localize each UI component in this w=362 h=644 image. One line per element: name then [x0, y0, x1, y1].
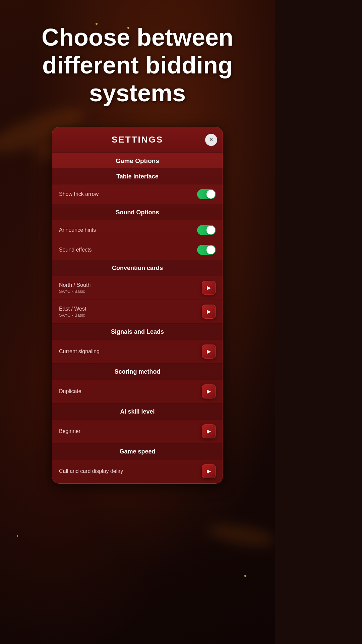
east-west-label-group: East / West SAYC - Basic	[59, 306, 86, 318]
call-card-delay-row: Call and card display delay ▶	[52, 459, 223, 483]
call-card-delay-arrow-button[interactable]: ▶	[202, 464, 216, 478]
sound-effects-label: Sound effects	[59, 247, 92, 253]
beginner-row: Beginner ▶	[52, 419, 223, 443]
sound-options-group: Sound Options Announce hints Sound effec…	[52, 204, 223, 260]
north-south-label: North / South	[59, 282, 90, 288]
ai-skill-level-header: AI skill level	[52, 404, 223, 419]
game-speed-header: Game speed	[52, 443, 223, 459]
current-signaling-label: Current signaling	[59, 348, 100, 355]
scoring-method-header: Scoring method	[52, 364, 223, 379]
east-west-sublabel: SAYC - Basic	[59, 313, 86, 318]
east-west-row: East / West SAYC - Basic ▶	[52, 300, 223, 323]
beginner-arrow-button[interactable]: ▶	[202, 424, 216, 438]
sound-options-header: Sound Options	[52, 204, 223, 220]
settings-panel: SETTINGS × Game Options Table Interface …	[52, 127, 223, 484]
panel-title: SETTINGS	[112, 135, 163, 145]
north-south-label-group: North / South SAYC - Basic	[59, 282, 90, 294]
signals-and-leads-group: Signals and Leads Current signaling ▶	[52, 324, 223, 364]
announce-hints-label: Announce hints	[59, 227, 96, 233]
convention-cards-group: Convention cards North / South SAYC - Ba…	[52, 260, 223, 324]
duplicate-row: Duplicate ▶	[52, 379, 223, 403]
arrow-right-icon: ▶	[207, 389, 211, 394]
signals-and-leads-header: Signals and Leads	[52, 324, 223, 339]
east-west-label: East / West	[59, 306, 86, 312]
show-trick-arrow-toggle[interactable]	[197, 189, 216, 199]
east-west-arrow-button[interactable]: ▶	[202, 305, 216, 319]
show-trick-arrow-row: Show trick arrow	[52, 184, 223, 204]
ai-skill-level-group: AI skill level Beginner ▶	[52, 404, 223, 443]
sound-effects-row: Sound effects	[52, 240, 223, 260]
north-south-sublabel: SAYC - Basic	[59, 289, 90, 294]
game-speed-group: Game speed Call and card display delay ▶	[52, 443, 223, 483]
close-button[interactable]: ×	[205, 134, 217, 146]
convention-cards-header: Convention cards	[52, 260, 223, 276]
toggle-knob	[206, 246, 215, 254]
hero-title: Choose between different bidding systems	[0, 0, 275, 127]
arrow-right-icon: ▶	[207, 285, 211, 290]
current-signaling-arrow-button[interactable]: ▶	[202, 344, 216, 359]
north-south-row: North / South SAYC - Basic ▶	[52, 276, 223, 300]
arrow-right-icon: ▶	[207, 309, 211, 314]
arrow-right-icon: ▶	[207, 349, 211, 354]
call-card-delay-label: Call and card display delay	[59, 468, 123, 474]
current-signaling-row: Current signaling ▶	[52, 339, 223, 363]
table-interface-header: Table Interface	[52, 168, 223, 184]
duplicate-arrow-button[interactable]: ▶	[202, 384, 216, 398]
beginner-label: Beginner	[59, 428, 80, 434]
sound-effects-toggle[interactable]	[197, 245, 216, 255]
announce-hints-toggle[interactable]	[197, 225, 216, 235]
toggle-knob	[206, 190, 215, 199]
duplicate-label: Duplicate	[59, 388, 81, 394]
game-options-header: Game Options	[52, 153, 223, 168]
scoring-method-group: Scoring method Duplicate ▶	[52, 364, 223, 404]
north-south-arrow-button[interactable]: ▶	[202, 281, 216, 295]
arrow-right-icon: ▶	[207, 429, 211, 434]
table-interface-group: Table Interface Show trick arrow	[52, 168, 223, 204]
panel-header: SETTINGS ×	[52, 127, 223, 153]
show-trick-arrow-label: Show trick arrow	[59, 191, 99, 197]
toggle-knob	[206, 226, 215, 234]
arrow-right-icon: ▶	[207, 469, 211, 474]
announce-hints-row: Announce hints	[52, 220, 223, 240]
